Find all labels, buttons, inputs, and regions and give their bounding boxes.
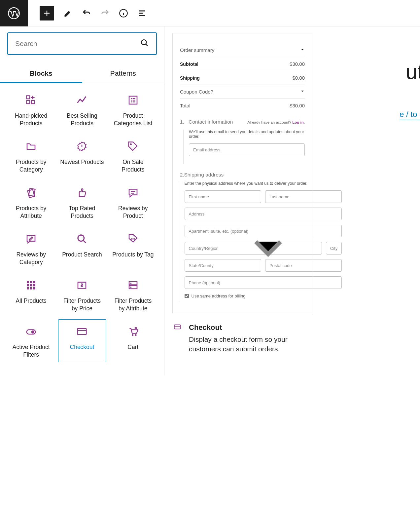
search-input[interactable] xyxy=(15,40,140,48)
block-label: All Products xyxy=(16,297,46,305)
block-label: On Sale Products xyxy=(111,158,155,174)
svg-rect-33 xyxy=(174,325,180,329)
same-address-checkbox[interactable]: Use same address for billing xyxy=(185,294,342,298)
cards-icon xyxy=(25,187,37,199)
login-link[interactable]: Log in. xyxy=(292,120,305,124)
country-select[interactable]: Country/Region xyxy=(185,242,322,255)
review-edit-icon xyxy=(25,233,37,245)
order-summary-row[interactable]: Order summary xyxy=(180,43,305,57)
subtotal-label: Subtotal xyxy=(180,61,198,67)
block-allproducts[interactable]: All Products xyxy=(7,273,55,316)
shipping-value: $0.00 xyxy=(292,75,305,81)
card-icon xyxy=(76,326,88,337)
block-label: Best Selling Products xyxy=(60,112,104,127)
block-bycategory[interactable]: Products by Category xyxy=(7,134,55,177)
block-filterprice[interactable]: Filter Products by Price xyxy=(58,273,106,316)
coupon-row[interactable]: Coupon Code? xyxy=(180,85,305,99)
block-label: Newest Products xyxy=(60,158,104,166)
login-prompt: Already have an account? Log in. xyxy=(247,120,305,124)
tag-icon xyxy=(127,140,139,152)
coupon-label: Coupon Code? xyxy=(180,89,213,95)
block-checkout[interactable]: Checkout xyxy=(58,319,106,362)
outline-icon[interactable] xyxy=(137,9,147,18)
step-2-desc: Enter the physical address where you wan… xyxy=(185,181,342,186)
block-onsale[interactable]: On Sale Products xyxy=(109,134,157,177)
block-label: Reviews by Category xyxy=(9,251,53,266)
block-label: Hand-picked Products xyxy=(9,112,53,127)
undo-icon[interactable] xyxy=(82,9,91,18)
folder-icon xyxy=(25,140,37,152)
block-search[interactable] xyxy=(7,32,157,55)
redo-icon xyxy=(100,9,110,18)
edit-icon[interactable] xyxy=(63,9,73,18)
svg-point-32 xyxy=(141,40,146,45)
grid-plus-icon xyxy=(25,94,37,106)
step-1-title: Contact information xyxy=(189,119,233,125)
city-field[interactable]: City xyxy=(326,242,342,255)
subtotal-value: $30.00 xyxy=(290,61,305,67)
card-icon xyxy=(172,323,182,332)
shipping-label: Shipping xyxy=(180,75,200,81)
last-name-field[interactable]: Last name xyxy=(265,190,342,203)
block-revproduct[interactable]: Reviews by Product xyxy=(109,180,157,223)
server-icon xyxy=(127,279,139,291)
block-toprated[interactable]: Top Rated Products xyxy=(58,180,106,223)
block-label: Cart xyxy=(127,343,138,351)
info-desc: Display a checkout form so your customer… xyxy=(189,334,312,354)
price-icon xyxy=(76,279,88,291)
block-handpicked[interactable]: Hand-picked Products xyxy=(7,88,55,131)
block-label: Product Search xyxy=(62,251,102,258)
info-icon[interactable] xyxy=(119,9,128,18)
block-grid: Hand-picked ProductsBest Selling Product… xyxy=(7,88,157,362)
block-bestselling[interactable]: Best Selling Products xyxy=(58,88,106,131)
grid9-icon xyxy=(25,279,37,291)
block-activefilters[interactable]: Active Product Filters xyxy=(7,319,55,362)
block-bytag[interactable]: Products by Tag xyxy=(109,227,157,270)
state-field[interactable]: State/County xyxy=(185,259,261,272)
block-label: Filter Products by Attribute xyxy=(111,297,155,312)
phone-field[interactable]: Phone (optional) xyxy=(185,276,342,289)
tab-blocks[interactable]: Blocks xyxy=(0,65,82,83)
wordpress-logo[interactable] xyxy=(0,0,28,26)
block-label: Filter Products by Price xyxy=(60,297,104,312)
bg-page-subtitle: e / to c xyxy=(400,110,420,120)
list-box-icon xyxy=(127,94,139,106)
block-label: Products by Category xyxy=(9,158,53,174)
address-field[interactable]: Address xyxy=(185,208,342,220)
block-cart[interactable]: Cart xyxy=(109,319,157,362)
chevron-down-icon xyxy=(300,47,305,53)
toggle-icon xyxy=(25,326,37,337)
postal-field[interactable]: Postal code xyxy=(265,259,342,272)
info-title: Checkout xyxy=(189,323,312,332)
email-field[interactable]: Email address xyxy=(189,143,305,156)
preview-pane: Order summary Subtotal$30.00 Shipping$0.… xyxy=(164,26,420,375)
block-label: Checkout xyxy=(70,343,94,351)
block-revcategory[interactable]: Reviews by Category xyxy=(7,227,55,270)
search-icon xyxy=(140,39,149,49)
editor-topbar xyxy=(0,0,420,26)
block-label: Products by Tag xyxy=(112,251,154,258)
block-label: Products by Attribute xyxy=(9,205,53,220)
tab-patterns[interactable]: Patterns xyxy=(82,65,164,83)
add-block-button[interactable] xyxy=(40,6,54,20)
checkout-preview: Order summary Subtotal$30.00 Shipping$0.… xyxy=(172,33,312,313)
block-newest[interactable]: Newest Products xyxy=(58,134,106,177)
block-label: Top Rated Products xyxy=(60,205,104,220)
total-value: $30.00 xyxy=(290,103,305,108)
cart-icon xyxy=(127,326,139,337)
block-inserter-sidebar: Blocks Patterns Hand-picked ProductsBest… xyxy=(0,26,164,375)
block-label: Active Product Filters xyxy=(9,343,53,359)
first-name-field[interactable]: First name xyxy=(185,190,261,203)
badge-new-icon xyxy=(76,140,88,152)
block-filterattr[interactable]: Filter Products by Attribute xyxy=(109,273,157,316)
block-byattribute[interactable]: Products by Attribute xyxy=(7,180,55,223)
block-label: Product Categories List xyxy=(111,112,155,127)
chevron-down-icon xyxy=(300,89,305,95)
step-1-desc: We'll use this email to send you details… xyxy=(189,130,305,139)
total-label: Total xyxy=(180,103,191,108)
block-catlist[interactable]: Product Categories List xyxy=(109,88,157,131)
trend-icon xyxy=(76,94,88,106)
block-info: Checkout Display a checkout form so your… xyxy=(172,323,312,354)
order-summary-label: Order summary xyxy=(180,47,214,53)
block-search[interactable]: Product Search xyxy=(58,227,106,270)
